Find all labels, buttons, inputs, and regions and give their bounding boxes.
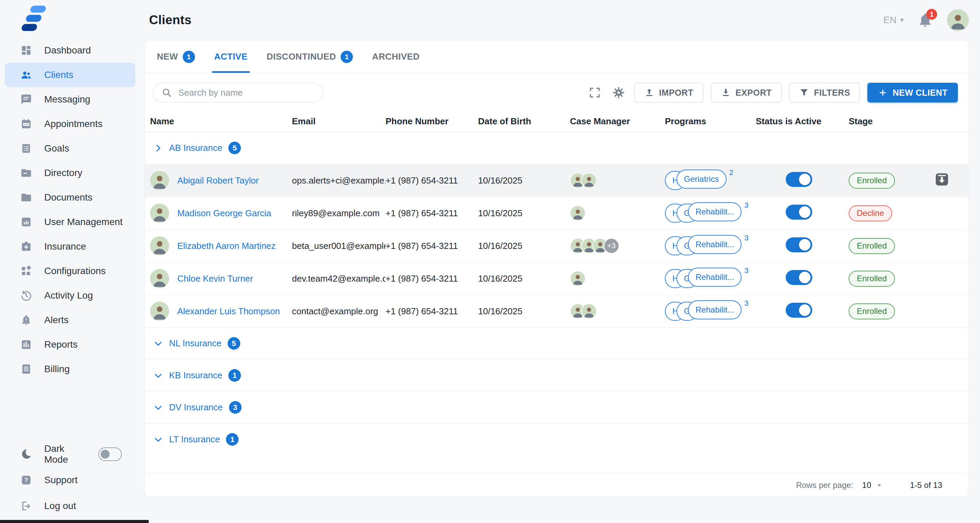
dob-cell: 10/16/2025 [478, 273, 570, 284]
chevron-down-icon [153, 339, 163, 348]
sidebar-item-goals[interactable]: Goals [5, 136, 135, 161]
search-input[interactable] [178, 87, 314, 99]
status-cell [756, 270, 849, 287]
appointments-icon [21, 118, 32, 130]
sidebar-item-dashboard[interactable]: Dashboard [5, 38, 135, 63]
fullscreen-icon [588, 86, 601, 99]
sidebar-item-label: Insurance [44, 241, 86, 252]
app-logo [0, 0, 140, 38]
sidebar-item-label: Appointments [44, 118, 102, 129]
program-count: 3 [744, 299, 748, 308]
archive-button[interactable] [934, 171, 950, 188]
sidebar-item-appointments[interactable]: Appointments [5, 112, 135, 136]
sidebar-item-label: Dashboard [44, 45, 91, 56]
stage-cell: Decline [849, 205, 934, 221]
tab-active[interactable]: ACTIVE [214, 40, 247, 73]
filters-button[interactable]: FILTERS [789, 83, 860, 102]
sidebar-item-messaging[interactable]: Messaging [5, 87, 135, 112]
insurance-group-ab-insurance[interactable]: AB Insurance 5 [145, 132, 969, 164]
sidebar-item-configurations[interactable]: Configurations [5, 259, 135, 283]
alerts-icon [21, 314, 32, 326]
dob-cell: 10/16/2025 [478, 175, 570, 186]
language-selector[interactable]: EN ▾ [883, 14, 904, 26]
export-button[interactable]: EXPORT [711, 83, 782, 102]
programs-cell: HGeriatrics2 [665, 164, 756, 197]
client-name-link[interactable]: Abigail Robert Taylor [177, 175, 259, 186]
status-toggle[interactable] [786, 270, 812, 285]
name-cell: Elizabeth Aaron Martinez [150, 236, 292, 255]
dark-mode-toggle[interactable] [98, 447, 122, 461]
export-label: EXPORT [736, 88, 772, 98]
group-count-badge: 1 [226, 433, 239, 446]
insurance-group-nl-insurance[interactable]: NL Insurance 5 [145, 327, 969, 359]
insurance-group-dv-insurance[interactable]: DV Insurance 3 [145, 391, 969, 423]
search-icon [161, 87, 172, 98]
stage-cell: Enrolled [849, 238, 934, 254]
insurance-group-kb-insurance[interactable]: KB Insurance 1 [145, 359, 969, 391]
group-count-badge: 1 [228, 369, 241, 382]
sidebar-item-label: User Management [44, 217, 123, 228]
tab-archived[interactable]: ARCHIVED [372, 40, 420, 73]
client-name-link[interactable]: Alexander Luis Thompson [177, 306, 280, 317]
client-row[interactable]: Alexander Luis Thompson contact@example.… [145, 295, 969, 327]
sidebar-item-logout[interactable]: Log out [5, 493, 135, 519]
status-toggle[interactable] [786, 205, 812, 220]
stage-badge: Enrolled [849, 173, 895, 189]
sidebar-item-clients[interactable]: Clients [5, 63, 135, 87]
moon-icon [21, 448, 32, 460]
name-cell: Alexander Luis Thompson [150, 302, 292, 321]
tab-discontinued[interactable]: DISCONTINUED1 [267, 40, 353, 73]
new-client-button[interactable]: NEW CLIENT [867, 83, 958, 102]
sidebar-item-billing[interactable]: Billing [5, 357, 135, 381]
sidebar-item-label: Directory [44, 167, 82, 179]
case-managers-cell: +3 [570, 238, 665, 254]
status-cell [756, 303, 849, 320]
sidebar-item-alerts[interactable]: Alerts [5, 308, 135, 332]
client-name-link[interactable]: Chloe Kevin Turner [177, 273, 253, 284]
status-toggle[interactable] [786, 303, 812, 318]
sidebar-item-documents[interactable]: Documents [5, 185, 135, 210]
import-label: IMPORT [659, 88, 694, 98]
sidebar: Dashboard Clients Messaging Appointments… [0, 0, 140, 523]
client-row[interactable]: Madison George Garcia riley89@example.co… [145, 196, 969, 229]
sidebar-item-activity-log[interactable]: Activity Log [5, 283, 135, 308]
notifications-button[interactable]: 1 [917, 12, 933, 28]
sidebar-nav: Dashboard Clients Messaging Appointments… [0, 38, 140, 381]
client-name-link[interactable]: Elizabeth Aaron Martinez [177, 241, 275, 251]
chevron-down-icon [153, 435, 163, 444]
settings-button[interactable] [611, 85, 627, 101]
column-header-phone-number: Phone Number [385, 116, 478, 127]
phone-cell: +1 (987) 654-3211 [385, 241, 478, 251]
status-toggle[interactable] [786, 172, 812, 187]
program-chip: Geriatrics [676, 169, 727, 189]
phone-cell: +1 (987) 654-3211 [385, 306, 478, 317]
email-cell: dev.team42@example.org [292, 273, 385, 284]
fullscreen-button[interactable] [587, 85, 603, 101]
sidebar-item-support[interactable]: ? Support [5, 467, 135, 493]
client-row[interactable]: Abigail Robert Taylor ops.alerts+ci@exam… [145, 164, 969, 196]
insurance-group-lt-insurance[interactable]: LT Insurance 1 [145, 423, 969, 455]
stage-badge: Decline [849, 205, 892, 221]
user-avatar[interactable] [947, 9, 969, 31]
client-name-link[interactable]: Madison George Garcia [177, 208, 271, 218]
sidebar-item-user-management[interactable]: User Management [5, 210, 135, 234]
actions-cell [934, 171, 969, 190]
import-button[interactable]: IMPORT [634, 83, 703, 102]
sidebar-item-insurance[interactable]: Insurance [5, 234, 135, 259]
program-count: 2 [729, 168, 733, 177]
client-row[interactable]: Elizabeth Aaron Martinez beta_user001@ex… [145, 229, 969, 262]
sidebar-item-directory[interactable]: Directory [5, 161, 135, 185]
tab-new[interactable]: NEW1 [157, 40, 195, 73]
rows-per-page-select[interactable]: 10 [862, 480, 884, 490]
table-footer: Rows per page: 10 1-5 of 13 [145, 473, 969, 497]
group-count-badge: 5 [228, 142, 241, 154]
dob-cell: 10/16/2025 [478, 241, 570, 251]
status-toggle[interactable] [786, 237, 812, 252]
filter-icon [799, 88, 809, 98]
logout-icon [21, 500, 32, 512]
sidebar-item-reports[interactable]: Reports [5, 332, 135, 357]
gear-icon [612, 86, 625, 99]
tab-badge: 1 [340, 51, 353, 63]
client-row[interactable]: Chloe Kevin Turner dev.team42@example.or… [145, 262, 969, 295]
notification-badge: 1 [926, 9, 937, 20]
